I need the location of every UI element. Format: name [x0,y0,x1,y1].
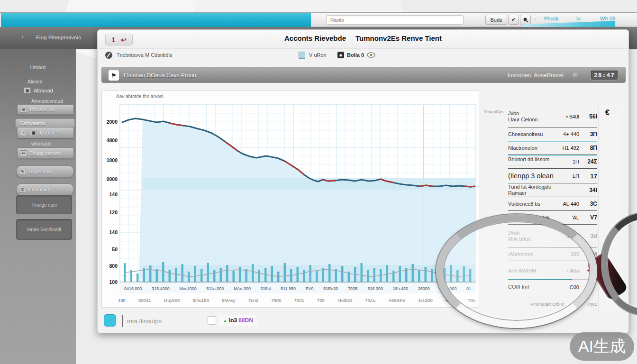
grid-icon[interactable]: ⊞ [573,72,578,79]
sidebar-item-alieine: Alieine [27,79,43,84]
magnifier-icon [523,17,528,23]
eye-icon[interactable] [367,52,375,58]
sidebar-item-iflnnnvvd[interactable]: ✆Iflnnnvvd [16,183,74,196]
check-icon: ✔ [511,17,516,23]
plot-area [119,104,476,283]
page-title-right: Tumnonv2Es Renve Tient [355,34,442,42]
clock-icon: ◔ [20,130,27,136]
x-axis-row1: 0416.000315.4000Mvi.1000511u.000MAu.0003… [119,284,476,293]
sidebar-item-svgelamo[interactable]: ✎Svgelamo [16,165,74,178]
x-tick-label: 4Iolb30 [337,298,352,303]
sidebar-item-tinalge-cuni[interactable]: Tinalge cuni [16,195,72,214]
phone-icon: ✆ [19,187,26,193]
x-tick-label: 516 300 [367,286,383,291]
y-tick-label: 140 [102,191,118,197]
page-title-left: Acconts Rievebde [284,34,346,42]
search-tool-button[interactable] [520,15,531,25]
magnifier-lens [436,214,597,328]
y-tick-label: 100 [102,279,118,285]
sidebar-item-umard: Umard [0,64,76,70]
sidebar-item-whanade: whanade [31,141,52,146]
banner-right-label: Iuvnnoen. AoseRnnrel [508,72,564,79]
x-axis-row2: 4II050041I4uy5005Ihu1505MAvy7und76007001… [116,296,477,304]
x-tick-label: 18h.430 [393,286,409,291]
status-banner: ⚑ Flsinnau DOeua Cavs Proun Iuvnnoen. Ao… [101,67,626,83]
y-tick-label: 120 [102,209,118,215]
sidebar-item-altranad[interactable]: ▣Altranad [24,87,53,93]
search-input[interactable] [326,15,464,25]
sidebar-item-imtuans-an[interactable]: ✉IMtuans an [17,104,74,115]
currency-icon: € [605,109,610,117]
x-tick-label: EV0 [306,286,314,291]
sidebar-collapse-icon[interactable]: ‹ [22,34,24,39]
swatch-label: V uRon [309,52,327,58]
x-tick-label: 7001 [294,298,304,303]
x-tick-label: 511 950 [281,286,296,291]
x-tick-label: A6664m [389,298,405,303]
sidebar-header-label: Fing Pihegmnivnio [36,35,82,40]
table-row[interactable]: Vuibicnec8 bsAL 4403C [508,197,597,211]
x-tick-label: 4vi.500 [418,298,433,303]
boost-icon: ◆ [337,52,344,58]
x-tick-label: 700 [317,298,325,303]
legend-color-chip [104,314,116,327]
legend-checkbox[interactable] [208,316,216,325]
x-tick-label: 7600 [271,298,281,303]
chart-plot-svg [120,105,475,283]
pencil-icon: ✎ [19,169,26,175]
x-tick-label: 4II0 [118,298,126,303]
app-screen: Buds ✔ › ‹ Fing Pihegmnivnio UmardAliein… [0,0,637,364]
timer-badge: 28:47 [590,70,619,81]
table-row[interactable]: NlactronelorrH1 4928Π [508,141,597,155]
x-tick-label: 315st [261,286,271,291]
tab-phock[interactable]: Phock [544,16,559,21]
y-tick-label: 140 [102,229,118,235]
tab-wtr-08[interactable]: Wtr 08 [600,16,615,21]
buds-button[interactable]: Buds [485,15,507,25]
x-tick-label: MAu.000 [234,286,251,291]
trend-up-icon: ▲ [223,318,228,323]
banner-label: Flsinnau DOeua Cavs Proun [124,72,196,79]
tab-lu[interactable]: lu [576,16,581,21]
sidebar-item-uhrvrke[interactable]: ◔▣Uhrvrke [17,127,74,138]
sidebar-item-innan-soo-bnatil[interactable]: Innan Soo'bnatil [16,219,72,240]
boost-label: Bolia 0 [347,52,364,58]
x-tick-label: 700B [348,286,358,291]
record-icon [105,52,112,59]
flag-icon[interactable]: ⚑ [109,70,119,81]
x-tick-label: 511u.000 [206,286,224,291]
x-tick-label: 7und [248,298,258,303]
x-tick-label: Mvi.1000 [179,286,197,291]
y-tick-label: 4800 [102,137,118,143]
x-tick-label: 0416.000 [124,286,142,291]
sidebar-item-anmaecvnnud: Anmaecvnnud [31,98,63,104]
trend-indicator: ▲ Io3 60DN [219,315,257,326]
table-row[interactable]: (Ilenpp 3 oleanLΠ17 [508,169,597,183]
table-row[interactable]: Bhlotort dd lissom..............1Π24Σ [508,155,597,169]
mail-icon: ✉ [20,107,27,113]
sidebar-item-3hupg-xarnvn[interactable]: ✂3hupg xarnvn [17,147,74,159]
ai-watermark: AI生成 [570,332,634,361]
check-button[interactable]: ✔ [508,15,519,25]
x-tick-label: 315.4000 [152,286,170,291]
sidebar-item-camyeetna[interactable]: Camyeetna [15,118,75,128]
table-row[interactable]: Choesanoitesu4+ 4403Π [508,127,597,141]
x-tick-label: 26009 [418,286,430,291]
color-swatch[interactable] [299,52,305,59]
table-row[interactable]: JvboLlaur Celono• 640l56I [508,106,597,127]
trend-value: Io3 [229,317,237,324]
toolbar-label: Tncbntavva M Cdsntidis [117,52,172,58]
y-tick-label: 800 [102,263,118,269]
x-tick-label: I4uy500 [164,298,180,303]
image-icon: ▣ [30,130,37,136]
y-tick-label: 50 [102,246,118,252]
x-tick-label: 5Ihu150 [193,298,209,303]
x-tick-label: 51Eu30 [323,286,338,291]
sidebar: UmardAlieine▣AltranadAnmaecvnnud✉IMtuans… [0,49,76,364]
trend-unit: 60DN [238,317,253,324]
x-tick-label: 50041 [138,298,151,303]
table-row[interactable]: Tund lat 4ordojgdu Ramacr34I [508,183,597,197]
y-tick-label: 2000 [102,119,118,125]
top-accent-band [1,13,311,27]
legend-divider [122,315,123,327]
